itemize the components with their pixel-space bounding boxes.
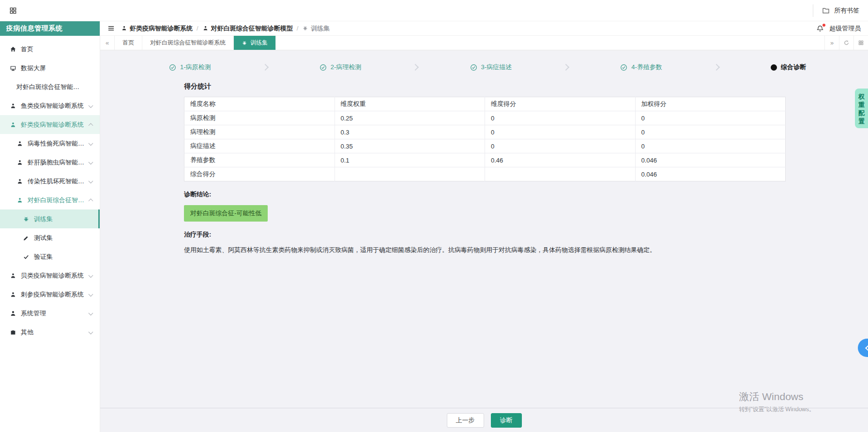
- weight-config-tab[interactable]: 权重配置: [855, 89, 868, 128]
- circlecheck-icon: [320, 64, 327, 71]
- hamburger-menu-icon[interactable]: [107, 25, 115, 32]
- main-area: 虾类疫病智能诊断系统/对虾白斑综合征智能诊断模型/训练集 超级管理员 « 首页对…: [100, 21, 868, 432]
- header-right: 超级管理员: [816, 24, 861, 33]
- bookmarks-button[interactable]: 所有书签: [813, 4, 859, 17]
- breadcrumb-label: 训练集: [311, 24, 330, 33]
- app-title: 疫病信息管理系统: [0, 21, 100, 36]
- diagnose-button[interactable]: 诊断: [491, 413, 522, 428]
- step-4[interactable]: 4-养殖参数: [620, 63, 662, 72]
- previous-step-button[interactable]: 上一步: [447, 413, 484, 428]
- collapse-panel-button[interactable]: [858, 339, 868, 357]
- wizard-footer: 上一步 诊断: [100, 408, 868, 432]
- sidebar-item-10[interactable]: 测试集: [0, 228, 100, 247]
- score-cell: 0: [635, 139, 786, 153]
- score-cell: 0.25: [335, 111, 485, 125]
- station-icon: [16, 197, 23, 204]
- score-column-header: 维度名称: [184, 97, 335, 111]
- score-table-row-4: 综合得分0.046: [184, 167, 786, 181]
- sidebar-item-13[interactable]: 刺参疫病智能诊断系统: [0, 285, 100, 304]
- sidebar-item-label: 鱼类疫病智能诊断系统: [21, 102, 84, 110]
- score-section-title: 得分统计: [184, 82, 786, 91]
- breadcrumb-item-2[interactable]: 训练集: [302, 24, 330, 33]
- weight-config-char: 权: [858, 92, 865, 101]
- score-table: 维度名称维度权重维度得分加权得分 病原检测0.2500病理检测0.300病症描述…: [184, 97, 786, 181]
- user-name[interactable]: 超级管理员: [829, 24, 861, 33]
- sidebar-item-label: 对虾白斑综合征智能诊断模型: [28, 196, 85, 205]
- diagnosis-conclusion-label: 诊断结论:: [184, 190, 786, 199]
- score-cell: [485, 167, 636, 181]
- content-area: 1-病原检测2-病理检测3-病症描述4-养殖参数综合诊断 得分统计 维度名称维度…: [100, 50, 868, 432]
- tab-1[interactable]: 对虾白斑综合征智能诊断系统: [142, 36, 234, 50]
- score-cell: 0.046: [635, 167, 786, 181]
- notification-dot: [822, 24, 825, 27]
- score-table-header-row: 维度名称维度权重维度得分加权得分: [184, 97, 786, 111]
- sidebar-item-11[interactable]: 验证集: [0, 247, 100, 266]
- breadcrumb-separator: /: [197, 25, 198, 32]
- tab-2[interactable]: 训练集: [234, 36, 276, 50]
- layout-grid-button[interactable]: [853, 36, 868, 50]
- step-separator-icon: [412, 64, 419, 71]
- circlecheck-icon: [169, 64, 176, 71]
- station-icon: [16, 159, 23, 166]
- sidebar-item-7[interactable]: 传染性肌坏死智能诊断模型: [0, 172, 100, 191]
- sidebar-item-label: 其他: [21, 328, 33, 337]
- score-column-header: 维度得分: [485, 97, 636, 111]
- chevron-down-icon: [89, 160, 93, 164]
- score-cell: 0: [635, 125, 786, 139]
- breadcrumb-label: 虾类疫病智能诊断系统: [130, 24, 193, 33]
- weight-config-char: 置: [858, 117, 865, 125]
- treatment-label: 治疗手段:: [184, 230, 786, 239]
- sidebar-item-2[interactable]: 对虾白斑综合征智能诊断系统: [0, 77, 100, 96]
- score-table-row-1: 病理检测0.300: [184, 125, 786, 139]
- score-cell: 0.3: [335, 125, 485, 139]
- briefcase-icon: [10, 329, 16, 336]
- step-2[interactable]: 2-病理检测: [320, 63, 362, 72]
- sidebar-item-9[interactable]: 训练集: [0, 209, 100, 228]
- chevron-down-icon: [89, 179, 93, 183]
- station-icon: [16, 140, 23, 147]
- sidebar-item-label: 测试集: [34, 234, 53, 242]
- step-5[interactable]: 综合诊断: [771, 63, 806, 72]
- score-cell: 0.1: [335, 153, 485, 167]
- sidebar-item-15[interactable]: 其他: [0, 323, 100, 342]
- tabs-scroll-right-button[interactable]: »: [824, 36, 839, 50]
- sidebar-item-label: 虾类疫病智能诊断系统: [21, 120, 84, 129]
- step-separator-icon: [262, 64, 269, 71]
- sidebar-item-1[interactable]: 数据大屏: [0, 59, 100, 77]
- sidebar-item-5[interactable]: 病毒性偷死病智能诊断模型: [0, 134, 100, 153]
- sidebar-item-6[interactable]: 虾肝肠胞虫病智能诊断模型: [0, 153, 100, 172]
- sidebar-menu: 首页数据大屏对虾白斑综合征智能诊断系统鱼类疫病智能诊断系统虾类疫病智能诊断系统病…: [0, 36, 100, 432]
- sidebar-item-8[interactable]: 对虾白斑综合征智能诊断模型: [0, 191, 100, 209]
- breadcrumb-label: 对虾白斑综合征智能诊断模型: [211, 24, 293, 33]
- sidebar-item-label: 贝类疫病智能诊断系统: [21, 271, 84, 280]
- folder-icon: [822, 7, 830, 15]
- station-icon: [121, 25, 127, 31]
- step-3[interactable]: 3-病症描述: [470, 63, 512, 72]
- step-1[interactable]: 1-病原检测: [169, 63, 211, 72]
- score-cell: 病症描述: [184, 139, 335, 153]
- sidebar-item-label: 数据大屏: [21, 64, 46, 73]
- chevron-up-icon: [89, 123, 93, 128]
- app-frame: 疫病信息管理系统 首页数据大屏对虾白斑综合征智能诊断系统鱼类疫病智能诊断系统虾类…: [0, 21, 868, 432]
- tab-label: 对虾白斑综合征智能诊断系统: [150, 39, 226, 47]
- score-table-row-0: 病原检测0.2500: [184, 111, 786, 125]
- sidebar-item-14[interactable]: 系统管理: [0, 304, 100, 323]
- score-cell: 0: [485, 139, 636, 153]
- station-icon: [10, 103, 16, 109]
- apps-grid-icon[interactable]: [9, 6, 17, 15]
- sidebar-item-4[interactable]: 虾类疫病智能诊断系统: [0, 115, 100, 134]
- score-cell: 0.35: [335, 139, 485, 153]
- breadcrumb-item-0[interactable]: 虾类疫病智能诊断系统: [121, 24, 193, 33]
- sidebar-item-0[interactable]: 首页: [0, 40, 100, 59]
- tabs-scroll-left-button[interactable]: «: [100, 36, 115, 50]
- chevron-down-icon: [89, 329, 93, 334]
- refresh-tab-button[interactable]: [839, 36, 853, 50]
- weight-config-char: 配: [858, 109, 865, 117]
- tab-0[interactable]: 首页: [115, 36, 142, 50]
- bookmarks-label: 所有书签: [834, 6, 859, 15]
- breadcrumb-item-1[interactable]: 对虾白斑综合征智能诊断模型: [202, 24, 293, 33]
- score-cell: 0.46: [485, 153, 636, 167]
- sidebar-item-3[interactable]: 鱼类疫病智能诊断系统: [0, 96, 100, 115]
- notifications-bell-icon[interactable]: [816, 25, 824, 32]
- sidebar-item-12[interactable]: 贝类疫病智能诊断系统: [0, 266, 100, 285]
